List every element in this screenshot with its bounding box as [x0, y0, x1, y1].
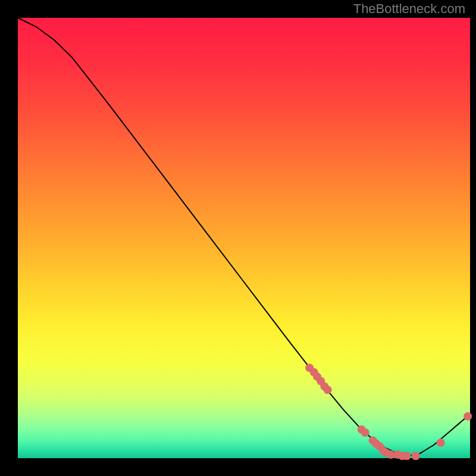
data-point [324, 386, 332, 394]
plot-background [18, 18, 470, 458]
data-point [403, 452, 411, 460]
data-point [361, 428, 369, 437]
data-point [464, 412, 472, 421]
watermark-label: TheBottleneck.com [353, 1, 465, 17]
chart-svg [0, 0, 476, 476]
bottleneck-chart: TheBottleneck.com [0, 0, 476, 476]
data-point [412, 452, 420, 460]
data-point [437, 439, 445, 447]
